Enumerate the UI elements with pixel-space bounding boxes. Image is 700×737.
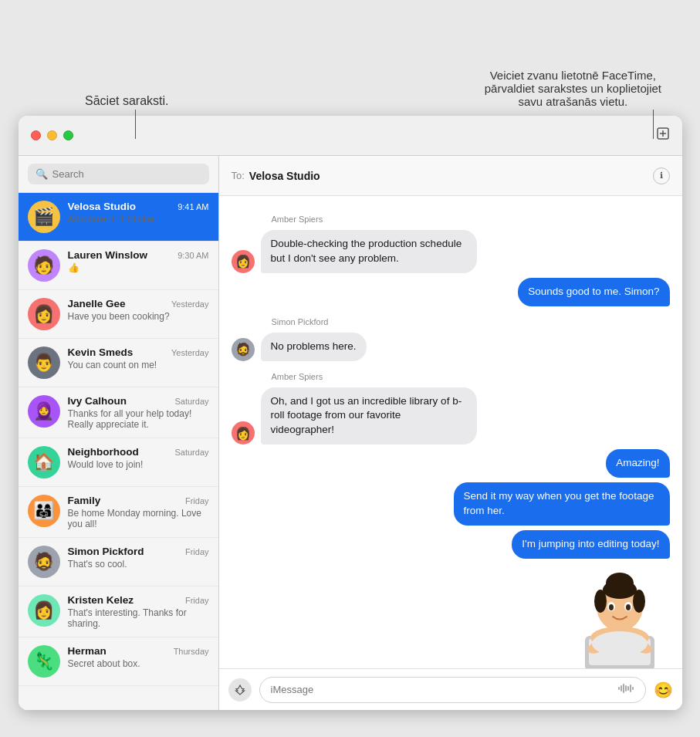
conversation-item-family[interactable]: 👨‍👩‍👧FamilyFridayBe home Monday morning.… <box>19 487 218 538</box>
conv-time: 9:30 AM <box>178 251 208 260</box>
svg-rect-24 <box>630 685 631 692</box>
avatar: 👩 <box>28 298 60 330</box>
avatar: 🧔 <box>28 546 60 578</box>
conversation-item-neighborhood[interactable]: 🏠NeighborhoodSaturdayWould love to join! <box>19 438 218 487</box>
message-input[interactable] <box>271 684 617 695</box>
svg-point-8 <box>603 580 637 599</box>
conv-preview: Secret about box. <box>68 658 209 669</box>
svg-rect-19 <box>618 687 620 690</box>
message-avatar: 👩 <box>232 250 255 273</box>
conversation-item-simon[interactable]: 🧔Simon PickfordFridayThat's so cool. <box>19 538 218 587</box>
conv-time: Saturday <box>174 448 208 457</box>
avatar: 🎬 <box>28 201 60 233</box>
info-icon: ℹ <box>660 171 663 181</box>
message-row: Sounds good to me. Simon? <box>232 278 670 306</box>
conversation-item-lauren[interactable]: 🧑Lauren Winslow9:30 AM👍 <box>19 242 218 290</box>
conversation-list: 🎬Velosa Studio9:41 AMAttachment: 1 Stick… <box>19 193 218 710</box>
conv-time: Friday <box>185 496 209 505</box>
search-icon: 🔍 <box>36 168 48 180</box>
svg-point-18 <box>592 631 648 656</box>
avatar: 🦎 <box>28 645 60 678</box>
sender-label: Amber Spiers <box>272 372 323 381</box>
conv-name: Kevin Smeds <box>68 347 134 358</box>
maximize-button[interactable] <box>63 130 73 140</box>
info-button[interactable]: ℹ <box>653 167 670 184</box>
message-avatar: 👩 <box>232 421 255 445</box>
conv-preview: Have you been cooking? <box>68 311 209 322</box>
svg-rect-20 <box>621 685 622 691</box>
svg-rect-21 <box>623 684 624 693</box>
message-bubble: I'm jumping into editing today! <box>512 530 669 559</box>
chat-area: To: Velosa Studio ℹ Amber Spiers👩Double-… <box>219 156 682 710</box>
conversation-item-kristen[interactable]: 👩Kristen KelezFridayThat's interesting. … <box>19 587 218 637</box>
search-input[interactable] <box>52 168 201 180</box>
message-bubble: Double-checking the production schedule … <box>261 230 477 273</box>
svg-rect-23 <box>627 686 629 691</box>
conversation-item-velosa[interactable]: 🎬Velosa Studio9:41 AMAttachment: 1 Stick… <box>19 193 218 242</box>
conversation-item-janelle[interactable]: 👩Janelle GeeYesterdayHave you been cooki… <box>19 290 218 339</box>
message-row: I'm jumping into editing today! <box>232 530 670 559</box>
compose-button[interactable] <box>656 127 670 144</box>
main-content: 🔍 🎬Velosa Studio9:41 AMAttachment: 1 Sti… <box>19 156 682 710</box>
sender-label: Amber Spiers <box>272 215 323 224</box>
chat-to-label: To: <box>232 170 245 181</box>
conv-time: Yesterday <box>171 348 209 357</box>
conv-preview: 👍 <box>68 262 209 273</box>
conv-preview: Be home Monday morning. Love you all! <box>68 508 209 529</box>
app-store-button[interactable] <box>228 678 252 702</box>
minimize-button[interactable] <box>47 130 57 140</box>
conv-preview: That's so cool. <box>68 559 209 570</box>
emoji-button[interactable]: 😊 <box>654 681 673 699</box>
message-input-wrapper[interactable] <box>259 677 646 703</box>
conv-name: Ivy Calhoun <box>68 395 127 407</box>
message-row: Send it my way when you get the footage … <box>232 482 670 526</box>
svg-point-13 <box>609 604 614 610</box>
conv-preview: Attachment: 1 Sticker <box>68 214 209 225</box>
message-row: 👩Double-checking the production schedule… <box>232 230 670 273</box>
memoji-figure <box>570 566 670 668</box>
close-button[interactable] <box>31 130 41 140</box>
svg-rect-22 <box>625 685 627 691</box>
traffic-lights <box>31 130 73 140</box>
avatar: 🧑 <box>28 249 60 282</box>
message-bubble: Sounds good to me. Simon? <box>518 278 669 306</box>
search-bar: 🔍 <box>19 156 218 193</box>
conversation-item-herman[interactable]: 🦎HermanThursdaySecret about box. <box>19 637 218 686</box>
conv-preview: Thanks for all your help today! Really a… <box>68 408 209 430</box>
message-bubble: Amazing! <box>606 449 669 478</box>
message-row: 👩Oh, and I got us an incredible library … <box>232 387 670 445</box>
avatar: 👨 <box>28 347 60 379</box>
conv-time: Saturday <box>174 397 208 406</box>
chat-recipient-name: Velosa Studio <box>249 170 653 182</box>
conv-name: Herman <box>68 645 107 657</box>
message-row: Amazing! <box>232 449 670 478</box>
conv-time: Friday <box>185 547 209 556</box>
conv-preview: Would love to join! <box>68 459 209 470</box>
search-input-wrapper[interactable]: 🔍 <box>28 164 209 184</box>
avatar: 👩 <box>28 594 60 627</box>
message-bubble: Send it my way when you get the footage … <box>454 482 670 526</box>
conv-name: Velosa Studio <box>68 201 137 212</box>
conv-name: Kristen Kelez <box>68 594 134 606</box>
conversation-item-ivy[interactable]: 🧕Ivy CalhounSaturdayThanks for all your … <box>19 387 218 438</box>
title-bar <box>19 116 682 156</box>
avatar: 👨‍👩‍👧 <box>28 495 60 527</box>
audio-waveform-icon <box>617 682 634 698</box>
messages-window: 🔍 🎬Velosa Studio9:41 AMAttachment: 1 Sti… <box>19 116 682 710</box>
sender-label: Simon Pickford <box>272 317 329 326</box>
avatar: 🧕 <box>28 395 60 428</box>
conv-name: Family <box>68 495 101 506</box>
input-bar: 😊 <box>219 668 682 710</box>
messages-list: Amber Spiers👩Double-checking the product… <box>219 196 682 668</box>
annotation-area: Sāciet saraksti. Veiciet zvanu lietotnē … <box>0 8 700 116</box>
conv-name: Lauren Winslow <box>68 249 147 261</box>
svg-point-10 <box>633 590 645 613</box>
conversation-item-kevin[interactable]: 👨Kevin SmedsYesterdayYou can count on me… <box>19 339 218 387</box>
annotation-right: Veiciet zvanu lietotnē FaceTime, pārvald… <box>485 69 661 108</box>
message-row: 🧔No problems here. <box>232 333 670 361</box>
svg-rect-25 <box>632 687 634 690</box>
conv-preview: That's interesting. Thanks for sharing. <box>68 607 209 629</box>
conv-time: Thursday <box>174 647 209 656</box>
conv-time: Friday <box>185 596 209 605</box>
conv-name: Simon Pickford <box>68 546 144 557</box>
